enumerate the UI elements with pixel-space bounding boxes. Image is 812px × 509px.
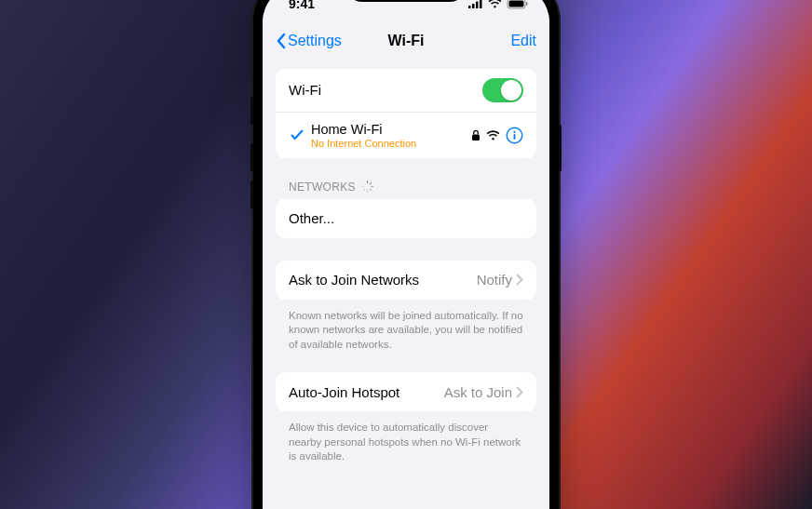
- chevron-right-icon: [516, 274, 523, 286]
- svg-rect-3: [480, 0, 482, 8]
- svg-rect-15: [367, 190, 368, 193]
- connected-network-row[interactable]: Home Wi-Fi No Internet Connection: [276, 112, 536, 158]
- notch: [345, 0, 467, 2]
- screen: 9:41 Settings Wi-Fi Edit: [263, 0, 549, 509]
- networks-header-label: NETWORKS: [289, 181, 356, 194]
- svg-rect-14: [369, 188, 372, 191]
- networks-group: Other...: [276, 199, 536, 238]
- back-label: Settings: [288, 33, 342, 49]
- chevron-right-icon: [516, 386, 523, 398]
- status-indicators: [468, 0, 529, 9]
- network-name: Home Wi-Fi: [311, 122, 471, 137]
- wifi-toggle-row[interactable]: Wi-Fi: [276, 69, 536, 112]
- svg-rect-7: [472, 134, 480, 141]
- svg-point-9: [513, 130, 515, 132]
- hotspot-row[interactable]: Auto-Join Hotspot Ask to Join: [276, 372, 536, 411]
- info-icon[interactable]: [506, 127, 523, 144]
- hotspot-footer: Allow this device to automatically disco…: [263, 415, 549, 464]
- hotspot-label: Auto-Join Hotspot: [289, 384, 444, 400]
- wifi-signal-icon: [486, 130, 500, 141]
- wifi-toggle-label: Wi-Fi: [289, 82, 482, 98]
- other-label: Other...: [289, 210, 523, 226]
- checkmark-icon: [289, 129, 305, 141]
- hotspot-group: Auto-Join Hotspot Ask to Join: [276, 372, 536, 411]
- page-title: Wi-Fi: [388, 33, 425, 49]
- svg-rect-13: [370, 186, 372, 187]
- ask-join-value: Notify: [477, 272, 512, 288]
- content: Wi-Fi Home Wi-Fi No Internet Connection: [263, 60, 549, 464]
- edit-button[interactable]: Edit: [510, 33, 536, 49]
- chevron-left-icon: [276, 33, 286, 49]
- status-bar: 9:41: [263, 0, 549, 22]
- network-status: No Internet Connection: [311, 138, 471, 149]
- lock-icon: [471, 129, 480, 141]
- svg-rect-18: [362, 182, 365, 185]
- networks-header: NETWORKS: [263, 181, 549, 199]
- cellular-icon: [468, 0, 483, 8]
- back-button[interactable]: Settings: [276, 33, 342, 49]
- svg-rect-10: [514, 134, 516, 140]
- wifi-switch[interactable]: [482, 78, 523, 102]
- nav-bar: Settings Wi-Fi Edit: [263, 22, 549, 60]
- svg-rect-5: [509, 0, 524, 7]
- ask-join-footer: Known networks will be joined automatica…: [263, 303, 549, 353]
- svg-rect-11: [367, 181, 368, 183]
- svg-rect-12: [369, 182, 372, 185]
- hotspot-value: Ask to Join: [444, 384, 512, 400]
- wifi-icon: [488, 0, 502, 8]
- wifi-group: Wi-Fi Home Wi-Fi No Internet Connection: [276, 69, 536, 158]
- svg-rect-0: [468, 6, 471, 8]
- status-time: 9:41: [289, 0, 315, 11]
- ask-join-label: Ask to Join Networks: [289, 272, 477, 288]
- svg-rect-2: [476, 2, 479, 9]
- svg-rect-17: [361, 186, 364, 187]
- battery-icon: [507, 0, 529, 9]
- other-network-row[interactable]: Other...: [276, 199, 536, 238]
- svg-rect-1: [472, 4, 475, 8]
- svg-rect-6: [526, 2, 528, 6]
- spinner-icon: [361, 181, 373, 193]
- ask-join-row[interactable]: Ask to Join Networks Notify: [276, 261, 536, 300]
- phone-frame: 9:41 Settings Wi-Fi Edit: [253, 0, 559, 509]
- ask-join-group: Ask to Join Networks Notify: [276, 261, 536, 300]
- svg-rect-16: [362, 188, 365, 191]
